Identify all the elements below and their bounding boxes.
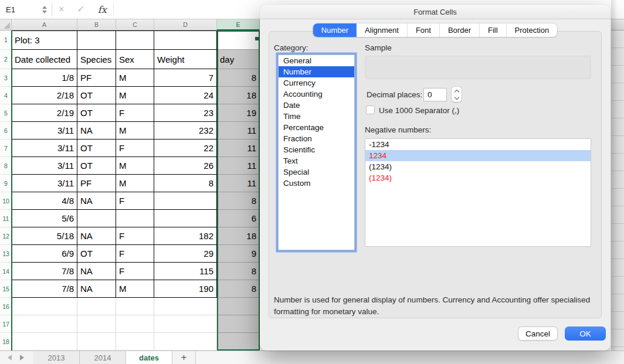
cell-A17[interactable] [12,315,77,333]
negative-option-3[interactable]: (1234) [365,161,591,172]
row-header-8[interactable]: 8 [0,157,12,175]
cell-C7[interactable]: F [116,140,154,157]
dialog-tab-number[interactable]: Number [313,23,357,37]
cell-E7[interactable]: 11 [217,140,260,157]
cell-E6[interactable]: 11 [217,122,260,140]
cell-E11[interactable]: 6 [217,210,260,227]
cell-E9[interactable]: 11 [217,175,260,192]
category-item-date[interactable]: Date [279,100,354,111]
category-item-accounting[interactable]: Accounting [279,89,354,100]
cell-C2[interactable]: Sex [116,50,154,69]
name-box[interactable]: E1 [0,0,52,19]
row-header-5[interactable]: 5 [0,104,12,122]
cell-B1[interactable] [77,30,116,50]
cell-C14[interactable]: F [116,263,154,280]
row-header-15[interactable]: 15 [0,280,12,298]
select-all-corner[interactable] [0,19,12,30]
cell-E2[interactable]: day [217,50,260,69]
cell-B12[interactable]: NA [77,227,116,245]
cell-A8[interactable]: 3/11 [12,157,77,175]
cell-E14[interactable]: 8 [217,263,260,280]
cell-D2[interactable]: Weight [154,50,217,69]
cell-A16[interactable] [12,298,77,315]
cell-B17[interactable] [77,315,116,333]
cell-E15[interactable]: 8 [217,280,260,298]
cell-B5[interactable]: OT [77,104,116,122]
cell-C18[interactable] [116,333,154,351]
cell-A4[interactable]: 2/18 [12,87,77,104]
cell-D10[interactable] [154,192,217,210]
category-item-fraction[interactable]: Fraction [279,133,354,144]
cell-C9[interactable]: M [116,175,154,192]
category-item-currency[interactable]: Currency [279,77,354,89]
cell-B13[interactable]: OT [77,245,116,263]
column-header-C[interactable]: C [116,19,154,30]
sheet-tab-2014[interactable]: 2014 [80,351,126,364]
cell-A12[interactable]: 5/18 [12,227,77,245]
row-header-2[interactable]: 2 [0,50,12,69]
cell-C3[interactable]: M [116,69,154,87]
cell-D7[interactable]: 22 [154,140,217,157]
row-header-18[interactable]: 18 [0,333,12,351]
cancel-x-icon[interactable]: × [59,5,64,14]
dialog-tab-fill[interactable]: Fill [480,23,507,37]
cell-B4[interactable]: OT [77,87,116,104]
row-header-10[interactable]: 10 [0,192,12,210]
cell-C13[interactable]: F [116,245,154,263]
cell-C1[interactable] [116,30,154,50]
decimal-stepper-icon[interactable] [452,87,462,102]
category-item-text[interactable]: Text [279,155,354,166]
cell-A1[interactable]: Plot: 3 [12,30,77,50]
row-header-11[interactable]: 11 [0,210,12,227]
thousand-separator-checkbox[interactable] [366,106,375,114]
cell-D3[interactable]: 7 [154,69,217,87]
prev-sheet-icon[interactable] [8,355,12,360]
row-header-4[interactable]: 4 [0,87,12,104]
dialog-tab-alignment[interactable]: Alignment [357,23,408,37]
row-header-7[interactable]: 7 [0,140,12,157]
cell-D5[interactable]: 23 [154,104,217,122]
name-box-stepper-icon[interactable] [42,6,47,13]
cell-D15[interactable]: 190 [154,280,217,298]
cell-C15[interactable]: M [116,280,154,298]
row-header-9[interactable]: 9 [0,175,12,192]
cell-B2[interactable]: Species [77,50,116,69]
cell-A2[interactable]: Date collected [12,50,77,69]
cell-B15[interactable]: NA [77,280,116,298]
cell-D14[interactable]: 115 [154,263,217,280]
sheet-tab-2013[interactable]: 2013 [33,351,80,364]
cell-D16[interactable] [154,298,217,315]
cell-E13[interactable]: 9 [217,245,260,263]
cell-D12[interactable]: 182 [154,227,217,245]
negative-option-2[interactable]: 1234 [365,150,591,161]
cell-C6[interactable]: M [116,122,154,140]
row-header-1[interactable]: 1 [0,30,12,50]
dialog-tab-font[interactable]: Font [408,23,440,37]
partial-column-header[interactable]: D [611,19,624,30]
cell-B11[interactable] [77,210,116,227]
category-item-number[interactable]: Number [279,66,354,77]
enter-check-icon[interactable]: ✓ [77,5,84,14]
cell-B3[interactable]: PF [77,69,116,87]
negative-numbers-list[interactable]: -12341234(1234)(1234) [365,138,591,247]
cell-C10[interactable]: F [116,192,154,210]
column-header-A[interactable]: A [12,19,77,30]
cell-B10[interactable]: NA [77,192,116,210]
dialog-tab-border[interactable]: Border [440,23,480,37]
cell-B18[interactable] [77,333,116,351]
cell-C12[interactable]: F [116,227,154,245]
cell-E12[interactable]: 18 [217,227,260,245]
row-header-17[interactable]: 17 [0,315,12,333]
cell-C5[interactable]: F [116,104,154,122]
row-header-12[interactable]: 12 [0,227,12,245]
cell-B9[interactable]: PF [77,175,116,192]
row-header-16[interactable]: 16 [0,298,12,315]
cell-A14[interactable]: 7/8 [12,263,77,280]
cell-E3[interactable]: 8 [217,69,260,87]
cell-B7[interactable]: OT [77,140,116,157]
cell-C16[interactable] [116,298,154,315]
column-header-B[interactable]: B [77,19,116,30]
category-item-percentage[interactable]: Percentage [279,122,354,133]
cell-B8[interactable]: OT [77,157,116,175]
cell-A13[interactable]: 6/9 [12,245,77,263]
